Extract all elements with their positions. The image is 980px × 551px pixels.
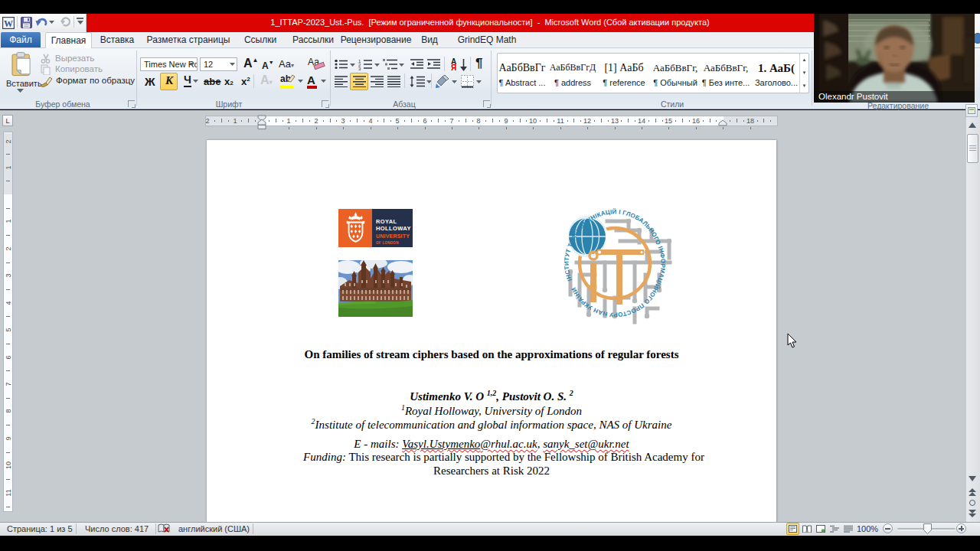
svg-text:3: 3 [358, 67, 361, 70]
